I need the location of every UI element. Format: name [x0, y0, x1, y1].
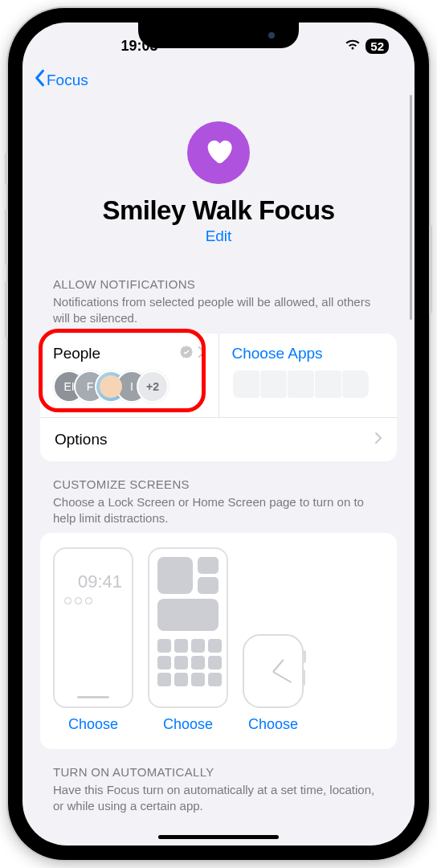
chevron-right-icon: [374, 431, 382, 448]
scroll-bar[interactable]: [410, 95, 412, 320]
watch-screen-preview: [243, 634, 304, 708]
people-cell[interactable]: People EI F I: [40, 334, 218, 417]
options-row[interactable]: Options: [40, 417, 397, 461]
notifications-section: ALLOW NOTIFICATIONS Notifications from s…: [22, 261, 415, 461]
screen: 19:03 52 Focus Smiley Walk: [22, 23, 415, 845]
people-avatars: EI F I +2: [53, 371, 206, 403]
section-desc: Choose a Lock Screen or Home Screen page…: [40, 494, 397, 534]
battery-level: 52: [366, 39, 389, 54]
app-placeholders: [232, 371, 385, 398]
section-header: TURN ON AUTOMATICALLY: [40, 765, 397, 782]
focus-icon-circle: [187, 121, 250, 184]
section-desc: Notifications from selected people will …: [40, 294, 397, 334]
home-indicator[interactable]: [158, 835, 279, 839]
choose-button[interactable]: Choose: [68, 716, 118, 733]
section-desc: Have this Focus turn on automatically at…: [40, 782, 397, 821]
phone-frame: 19:03 52 Focus Smiley Walk: [8, 8, 429, 860]
apps-label: Choose Apps: [232, 345, 323, 362]
notch: [138, 23, 299, 48]
screens-section: CUSTOMIZE SCREENS Choose a Lock Screen o…: [22, 461, 415, 750]
home-screen-preview: [148, 547, 228, 708]
lock-time: 09:41: [64, 571, 122, 592]
side-button: [5, 153, 8, 185]
volume-up-button: [5, 209, 8, 265]
lock-screen-preview: 09:41: [53, 547, 133, 708]
header-section: Smiley Walk Focus Edit: [22, 97, 415, 261]
wifi-icon: [345, 38, 361, 55]
choose-button[interactable]: Choose: [163, 716, 213, 733]
checkmark-seal-icon: [180, 345, 193, 362]
auto-section: TURN ON AUTOMATICALLY Have this Focus tu…: [22, 749, 415, 821]
nav-bar: Focus: [22, 63, 415, 97]
back-button[interactable]: Focus: [34, 69, 88, 91]
screens-card: 09:41 Choose: [40, 533, 397, 749]
lock-screen-item[interactable]: 09:41 Choose: [53, 547, 133, 733]
notifications-card: People EI F I: [40, 334, 397, 461]
edit-button[interactable]: Edit: [39, 227, 398, 245]
avatar-more: +2: [137, 371, 169, 403]
power-button: [429, 225, 432, 313]
volume-down-button: [5, 281, 8, 338]
options-label: Options: [55, 431, 107, 448]
people-label: People: [53, 345, 100, 362]
back-label: Focus: [47, 72, 88, 89]
watch-screen-item[interactable]: Choose: [243, 634, 304, 733]
apps-cell[interactable]: Choose Apps: [218, 334, 398, 417]
section-header: CUSTOMIZE SCREENS: [40, 477, 397, 494]
home-screen-item[interactable]: Choose: [148, 547, 228, 733]
page-title: Smiley Walk Focus: [39, 195, 398, 226]
chevron-right-icon: [198, 345, 206, 362]
chevron-left-icon: [34, 69, 45, 91]
section-header: ALLOW NOTIFICATIONS: [40, 277, 397, 294]
choose-button[interactable]: Choose: [248, 716, 298, 733]
heart-icon: [202, 135, 235, 170]
